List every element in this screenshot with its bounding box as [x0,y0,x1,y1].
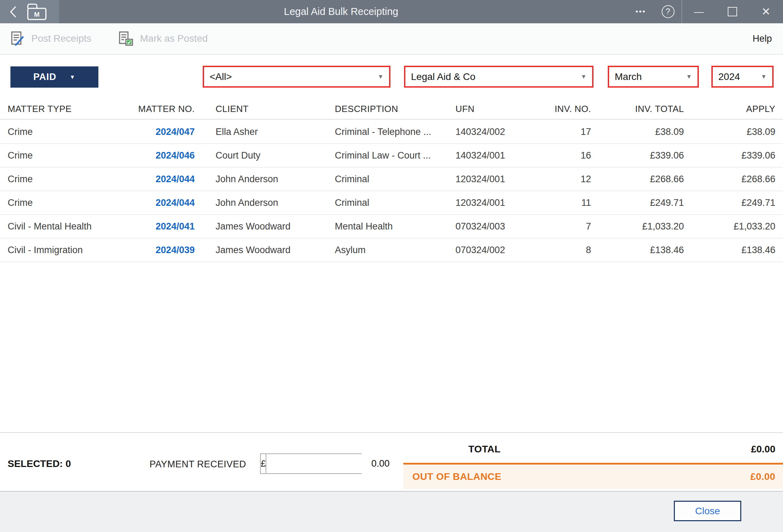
cell-inv-total: £38.09 [591,127,684,137]
year-filter-value: 2024 [718,71,740,82]
cell-inv-no: 17 [542,127,591,137]
mark-as-posted-icon [118,31,134,46]
summary-divider [0,432,783,433]
total-value: £0.00 [751,444,775,455]
minimize-icon: — [694,6,704,17]
payment-received-label: PAYMENT RECEIVED [150,459,246,470]
column-header-inv-total: INV. TOTAL [591,104,684,114]
matter-no-link[interactable]: 2024/044 [155,198,195,208]
status-filter-dropdown[interactable]: PAID ▼ [10,66,98,88]
matter-no-link[interactable]: 2024/039 [155,245,195,255]
cell-matter-type: Crime [8,127,134,137]
column-header-client: CLIENT [195,104,335,114]
help-icon: ? [662,5,675,18]
bottom-bar: Close [0,491,783,532]
cell-client: James Woodward [195,245,335,256]
matter-no-link[interactable]: 2024/046 [155,150,195,161]
minimize-button[interactable]: — [682,0,716,23]
column-header-matter-no: MATTER NO. [134,104,195,114]
matter-type-filter-dropdown[interactable]: <All> ▼ [203,66,390,88]
close-icon: ✕ [761,5,770,18]
cell-matter-type: Civil - Immigration [8,245,134,256]
cell-description: Criminal Law - Court ... [335,150,455,161]
close-window-button[interactable]: ✕ [749,0,783,23]
cell-inv-no: 7 [542,221,591,232]
matter-no-link[interactable]: 2024/041 [155,221,195,232]
cell-client: Ella Asher [195,127,335,137]
maximize-icon [728,7,737,16]
cell-description: Criminal [335,174,455,185]
table-row[interactable]: Crime 2024/047 Ella Asher Criminal - Tel… [0,120,783,144]
cell-description: Criminal - Telephone ... [335,127,455,137]
cell-inv-no: 16 [542,150,591,161]
post-receipts-button[interactable]: Post Receipts [10,31,91,46]
table-body: Crime 2024/047 Ella Asher Criminal - Tel… [0,120,783,262]
month-filter-dropdown[interactable]: March ▼ [608,66,699,88]
cell-apply: £268.66 [684,174,775,185]
column-header-apply: APPLY [684,104,775,114]
table-row[interactable]: Crime 2024/046 Court Duty Criminal Law -… [0,144,783,168]
cell-apply: £38.09 [684,127,775,137]
status-filter-label: PAID [33,72,57,82]
more-options-button[interactable]: ••• [627,0,654,23]
cell-inv-no: 11 [542,198,591,208]
cell-apply: £339.06 [684,150,775,161]
chevron-down-icon: ▼ [686,73,692,80]
toolbar: Post Receipts Mark as Posted Help [0,23,783,55]
year-filter-dropdown[interactable]: 2024 ▼ [711,66,774,88]
cell-description: Asylum [335,245,455,256]
cell-inv-total: £339.06 [591,150,684,161]
close-button[interactable]: Close [674,501,741,521]
chevron-down-icon: ▼ [378,73,384,80]
window-controls: ••• ? — ✕ [627,0,783,23]
column-header-inv-no: INV. NO. [542,104,591,114]
selected-count: SELECTED: 0 [8,458,71,469]
table-row[interactable]: Crime 2024/044 John Anderson Criminal 12… [0,191,783,215]
cell-apply: £249.71 [684,198,775,208]
out-of-balance-label: OUT OF BALANCE [412,471,501,482]
cell-apply: £1,033.20 [684,221,775,232]
cell-ufn: 140324/002 [455,127,542,137]
matter-no-link[interactable]: 2024/047 [155,127,195,137]
table-row[interactable]: Civil - Immigration 2024/039 James Woodw… [0,239,783,262]
column-header-ufn: UFN [455,104,542,114]
payment-received-field: £ [260,453,362,474]
ellipsis-icon: ••• [636,8,646,16]
titlebar-help-button[interactable]: ? [654,0,681,23]
chevron-down-icon: ▼ [581,73,587,80]
cell-client: John Anderson [195,174,335,185]
cell-matter-type: Crime [8,174,134,185]
cell-inv-total: £268.66 [591,174,684,185]
table-row[interactable]: Crime 2024/044 John Anderson Criminal 12… [0,168,783,191]
post-receipts-label: Post Receipts [31,33,91,44]
help-link[interactable]: Help [752,33,773,44]
cell-ufn: 140324/001 [455,150,542,161]
cell-client: James Woodward [195,221,335,232]
cell-ufn: 070324/002 [455,245,542,256]
cell-matter-type: Crime [8,198,134,208]
column-header-matter-type: MATTER TYPE [8,104,134,114]
table-row[interactable]: Civil - Mental Health 2024/041 James Woo… [0,215,783,239]
mark-as-posted-button[interactable]: Mark as Posted [118,31,208,46]
cell-inv-total: £249.71 [591,198,684,208]
app-window: M Legal Aid Bulk Receipting ••• ? — ✕ [0,0,783,532]
cell-apply: £138.46 [684,245,775,256]
cell-ufn: 070324/003 [455,221,542,232]
cell-matter-type: Civil - Mental Health [8,221,134,232]
out-of-balance-value: £0.00 [750,471,775,482]
total-label: TOTAL [468,444,501,455]
matter-no-link[interactable]: 2024/044 [155,174,195,184]
client-filter-value: Legal Aid & Co [411,71,475,82]
mark-as-posted-label: Mark as Posted [140,33,208,44]
client-filter-dropdown[interactable]: Legal Aid & Co ▼ [404,66,594,88]
maximize-button[interactable] [716,0,749,23]
cell-inv-no: 12 [542,174,591,185]
cell-ufn: 120324/001 [455,174,542,185]
total-row: TOTAL £0.00 [403,435,783,463]
payment-received-input[interactable] [266,454,394,473]
totals-panel: TOTAL £0.00 OUT OF BALANCE £0.00 [403,435,783,489]
chevron-down-icon: ▼ [761,73,767,80]
cell-client: John Anderson [195,198,335,208]
cell-inv-total: £1,033.20 [591,221,684,232]
matter-type-filter-value: <All> [210,71,232,82]
